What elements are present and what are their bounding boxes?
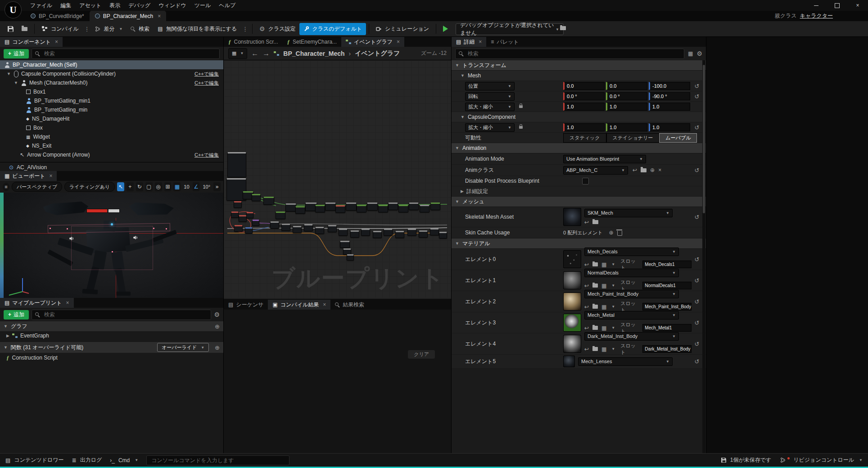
section-mesh[interactable]: ▼メッシュ [452,197,706,207]
debug-object-dropdown[interactable]: デバッグオブジェクトが選択されていません▼ [456,23,564,35]
edit-cpp-link[interactable]: C++で編集 [194,80,221,86]
details-scrollbar[interactable] [702,60,705,453]
add-graph-icon[interactable]: ⊕ [215,323,220,330]
material-thumbnail[interactable] [563,356,575,367]
browse-to-asset-icon[interactable] [592,347,598,351]
skeletal-mesh-thumbnail[interactable] [563,208,581,226]
graph-node[interactable] [339,229,348,236]
subsection-mesh[interactable]: ▼Mesh [452,71,706,81]
reset-material-icon[interactable]: ↺ [692,256,702,263]
graph-node[interactable] [245,227,253,234]
content-drawer-button[interactable]: ▤ コンテンツドロワー [5,456,64,464]
add-class-icon[interactable]: ⊕ [650,167,655,173]
menu-window[interactable]: ウィンドウ [154,0,190,11]
details-search-input[interactable] [467,50,681,57]
console-command-input[interactable] [150,457,285,464]
tab-components[interactable]: ▤ コンポーネント × [0,37,63,47]
graph-node[interactable] [234,201,242,208]
pick-asset-icon[interactable]: ▦ [601,261,606,268]
graph-node[interactable] [430,202,440,210]
menu-file[interactable]: ファイル [26,0,56,11]
disable-post-process-checkbox[interactable] [582,178,589,184]
close-tab-icon[interactable]: × [49,173,52,179]
nav-back-icon[interactable]: ← [251,50,258,58]
world-local-toggle-icon[interactable]: ◎ [155,182,162,191]
override-dropdown[interactable]: オーバーライド▼ [157,343,209,352]
diff-button[interactable]: 差分▼ [91,23,127,35]
graph-node[interactable] [335,205,345,213]
rotation-y-field[interactable]: 0.0 ° [606,92,647,100]
parent-class-link[interactable]: キャラクター [800,13,833,19]
browse-to-asset-icon[interactable] [641,168,646,172]
graph-node[interactable] [252,220,259,226]
perspective-button[interactable]: パースペクティブ [12,182,62,192]
use-selected-asset-icon[interactable]: ↩ [633,167,637,173]
rotation-type-dropdown[interactable]: 回転▼ [465,92,515,101]
expander-icon[interactable]: ▼ [6,72,11,76]
menu-edit[interactable]: 編集 [56,0,75,11]
simulation-button[interactable]: シミュレーション [372,23,433,35]
eventgraph-row[interactable]: ▶ EventGraph [0,331,223,340]
expander-icon[interactable]: ▼ [14,81,18,85]
save-button[interactable] [4,23,18,35]
hide-unrelated-options-icon[interactable]: ⋮ [241,26,249,32]
browse-asset-button[interactable] [18,23,32,35]
close-button[interactable]: × [847,0,868,11]
clear-button[interactable]: クリア [408,350,435,359]
graph-node[interactable] [350,230,359,238]
reset-material-icon[interactable]: ↺ [692,277,702,284]
menu-asset[interactable]: アセット [75,0,105,11]
graph-node[interactable] [315,227,324,234]
graph-actions-dropdown[interactable]: ▦▼ [228,48,247,59]
capsule-scale-type-dropdown[interactable]: 拡大・縮小▼ [465,123,515,132]
viewport-3d-canvas[interactable] [4,193,223,298]
menu-debug[interactable]: デバッグ [124,0,154,11]
graph-node[interactable] [340,241,350,248]
graph-node[interactable] [239,215,247,222]
pick-asset-icon[interactable]: ▦ [601,283,606,289]
tree-row-ns-damagehit[interactable]: ◆NS_DamageHit [0,114,223,123]
hide-unrelated-button[interactable]: ▤無関係な項目を非表示にする [154,23,241,35]
graph-node[interactable] [325,202,336,211]
browse-to-asset-icon[interactable] [592,262,598,266]
tab-sequencer[interactable]: ▤シーケンサ [224,300,268,310]
graph-node[interactable] [270,221,279,229]
graph-node[interactable] [285,203,296,212]
graph-node[interactable] [263,197,274,205]
close-tab-icon[interactable]: × [66,300,69,306]
use-selected-asset-icon[interactable]: ↩ [584,346,589,352]
tree-row-capsule[interactable]: ▼Capsule Component (CollisionCylinder)C+… [0,69,223,78]
graph-node[interactable] [293,226,302,233]
rotation-z-field[interactable]: -90.0 ° [649,92,690,100]
tree-row-box1[interactable]: Box1 [0,87,223,96]
tree-row-turret2[interactable]: BP_TurretGatling_min [0,105,223,114]
graph-node[interactable] [384,229,393,236]
scale-y-field[interactable]: 1.0 [606,103,647,111]
edit-cpp-link[interactable]: C++で編集 [194,152,221,158]
scale-x-field[interactable]: 1.0 [563,103,605,111]
graph-node[interactable] [357,205,366,212]
construction-script-row[interactable]: ƒ Construction Script [0,353,223,363]
tree-row-turret1[interactable]: BP_TurretGatling_min1 [0,96,223,105]
add-function-icon[interactable]: ⊕ [215,344,220,351]
anim-class-dropdown[interactable]: ABP_Mech_C▼ [563,166,628,175]
browse-to-asset-icon[interactable] [592,326,598,330]
graph-node[interactable] [361,229,370,236]
tab-find-results[interactable]: 結果検索 [330,300,369,310]
reset-material-icon[interactable]: ↺ [692,320,702,326]
trash-icon[interactable] [617,231,622,236]
components-search-input[interactable] [43,50,216,57]
menu-tools[interactable]: ツール [190,0,215,11]
graph-node[interactable] [343,248,351,255]
graph-node[interactable] [246,212,253,218]
browse-to-asset-icon[interactable] [592,220,598,224]
graph-node[interactable] [304,224,313,231]
reset-location-icon[interactable]: ↺ [692,83,702,90]
scale-lock-icon[interactable] [519,105,523,108]
find-button[interactable]: 検索 [127,23,154,35]
subsection-capsule[interactable]: ▼CapsuleComponent [452,112,706,122]
unsaved-status[interactable]: 1個が未保存です [721,456,772,464]
graph-node[interactable] [295,206,305,214]
graph-node[interactable] [407,229,416,236]
mobility-movable-button[interactable]: ムーバブル [659,133,697,143]
